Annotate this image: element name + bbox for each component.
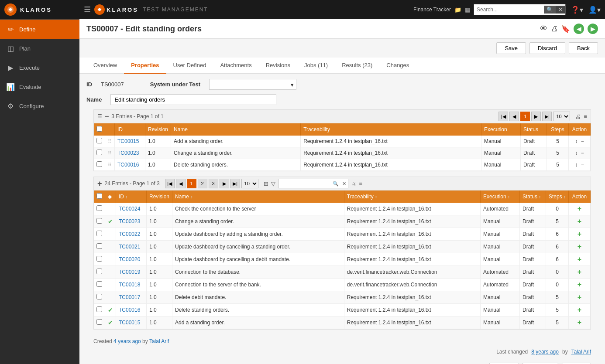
t2-id-link-6[interactable]: TC00018 <box>119 282 140 288</box>
print-icon[interactable]: 🖨 <box>551 25 558 33</box>
t2-action-add-1[interactable]: + <box>578 218 581 225</box>
tab-jobs[interactable]: Jobs (11) <box>297 58 335 74</box>
project-icon[interactable]: 📁 <box>454 7 461 13</box>
t2-id-link-8[interactable]: TC00016 <box>119 307 140 313</box>
t2-id-link-5[interactable]: TC00019 <box>119 269 140 275</box>
t2-id-link-7[interactable]: TC00017 <box>119 294 140 300</box>
eye-icon[interactable]: 👁 <box>540 24 547 33</box>
t2-action-add-2[interactable]: + <box>578 230 581 238</box>
sidebar-item-plan[interactable]: ◫ Plan <box>0 39 79 58</box>
table2-search-input[interactable] <box>278 181 331 186</box>
t2-row-check-7[interactable] <box>96 294 102 299</box>
search-input[interactable] <box>474 6 544 14</box>
created-by-link[interactable]: Talal Arif <box>149 338 169 344</box>
t1-id-link-2[interactable]: TC00016 <box>117 162 139 168</box>
t2-row-check-1[interactable] <box>96 218 102 224</box>
t1-action-del-0[interactable]: − <box>581 138 584 144</box>
t2-row-check-6[interactable] <box>96 281 102 287</box>
table1-last-btn[interactable]: ▶| <box>542 112 552 121</box>
t1-id-link-1[interactable]: TC00023 <box>117 150 139 156</box>
tab-changes[interactable]: Changes <box>379 58 416 74</box>
t1-id-link-0[interactable]: TC00015 <box>117 138 139 144</box>
t2-id-link-2[interactable]: TC00022 <box>119 231 140 237</box>
discard-button-top[interactable]: Discard <box>529 42 565 54</box>
table2-next-btn[interactable]: ▶ <box>220 179 229 188</box>
save-button-top[interactable]: Save <box>496 42 526 54</box>
t2-action-add-9[interactable]: + <box>578 319 581 326</box>
t2-select-all[interactable] <box>96 193 102 199</box>
sidebar-item-configure[interactable]: ⚙ Configure <box>0 96 79 116</box>
bookmark-icon[interactable]: 🔖 <box>561 25 570 33</box>
table2-page1-btn[interactable]: 1 <box>187 179 196 188</box>
table1-page1-btn[interactable]: 1 <box>520 112 530 121</box>
t2-action-add-6[interactable]: + <box>578 281 581 288</box>
t2-id-link-4[interactable]: TC00020 <box>119 256 140 262</box>
table1-first-btn[interactable]: |◀ <box>498 112 508 121</box>
table2-first-btn[interactable]: |◀ <box>165 179 175 188</box>
help-icon[interactable]: ❓▾ <box>571 6 583 14</box>
back-button-top[interactable]: Back <box>569 42 598 54</box>
t1-action-sort-1[interactable]: ↕ <box>575 150 578 156</box>
t2-id-link-3[interactable]: TC00021 <box>119 244 140 250</box>
t2-action-add-7[interactable]: + <box>578 293 581 301</box>
t1-select-all[interactable] <box>96 126 102 132</box>
sidebar-item-execute[interactable]: ▶ Execute <box>0 58 79 77</box>
t2-row-check-9[interactable] <box>96 319 102 325</box>
table2-page2-btn[interactable]: 2 <box>198 179 207 188</box>
table2-perpage-select[interactable]: 10 25 50 <box>241 179 258 188</box>
t2-action-add-4[interactable]: + <box>578 255 581 263</box>
tab-attachments[interactable]: Attachments <box>213 58 258 74</box>
menu-icon[interactable]: ☰ <box>84 5 91 14</box>
t2-row-check-8[interactable] <box>96 306 102 312</box>
prev-arrow[interactable]: ◀ <box>574 24 584 34</box>
table1-prev-btn[interactable]: ◀ <box>509 112 519 121</box>
table2-columns-icon[interactable]: ≡ <box>359 180 363 187</box>
table2-tree-icon[interactable]: ⊞ <box>264 180 268 187</box>
t1-action-del-2[interactable]: − <box>581 162 584 168</box>
grid-icon[interactable]: ▦ <box>465 7 470 13</box>
t1-row-check-1[interactable] <box>96 150 102 155</box>
table2-search-clear-btn[interactable]: ✕ <box>340 181 348 187</box>
t2-row-check-5[interactable] <box>96 269 102 274</box>
t2-action-add-0[interactable]: + <box>578 205 581 212</box>
table1-perpage-select[interactable]: 10 25 50 <box>553 112 570 121</box>
search-clear-button[interactable]: ✕ <box>556 6 565 14</box>
t2-action-add-3[interactable]: + <box>578 243 581 250</box>
table1-columns-icon[interactable]: ≡ <box>584 113 587 120</box>
t1-action-sort-0[interactable]: ↕ <box>575 138 578 144</box>
t1-row-check-2[interactable] <box>96 161 102 167</box>
t2-id-link-0[interactable]: TC00024 <box>119 206 140 212</box>
tab-results[interactable]: Results (23) <box>335 58 379 74</box>
t2-row-check-4[interactable] <box>96 256 102 262</box>
table2-print-icon[interactable]: 🖨 <box>351 180 357 187</box>
table1-list-icon[interactable]: ☰ <box>97 113 102 119</box>
tab-overview[interactable]: Overview <box>86 58 124 74</box>
t2-row-check-3[interactable] <box>96 243 102 249</box>
table2-plus-icon[interactable]: + <box>97 179 102 188</box>
search-button[interactable]: 🔍 <box>544 6 556 14</box>
sut-select[interactable] <box>209 79 296 90</box>
t2-action-add-5[interactable]: + <box>578 268 581 276</box>
t2-action-add-8[interactable]: + <box>578 306 581 313</box>
t2-id-link-1[interactable]: TC00023 <box>119 218 140 225</box>
table2-filter-icon[interactable]: ▽ <box>271 180 275 187</box>
sidebar-item-evaluate[interactable]: 📊 Evaluate <box>0 77 79 96</box>
tab-revisions[interactable]: Revisions <box>259 58 297 74</box>
last-changed-time-link[interactable]: 8 years ago <box>531 349 559 355</box>
tab-properties[interactable]: Properties <box>124 58 166 74</box>
next-arrow[interactable]: ▶ <box>588 24 598 34</box>
name-input[interactable] <box>110 94 276 105</box>
t2-row-check-2[interactable] <box>96 231 102 236</box>
t1-row-check-0[interactable] <box>96 138 102 143</box>
table2-search-btn[interactable]: 🔍 <box>331 181 340 187</box>
t2-id-link-9[interactable]: TC00015 <box>119 320 140 326</box>
table1-print-icon[interactable]: 🖨 <box>575 113 581 120</box>
t1-action-del-1[interactable]: − <box>581 150 584 156</box>
table2-last-btn[interactable]: ▶| <box>230 179 240 188</box>
created-time-link[interactable]: 4 years ago <box>113 338 141 344</box>
t1-action-sort-2[interactable]: ↕ <box>575 162 578 168</box>
t2-row-check-0[interactable] <box>96 205 102 211</box>
tab-user-defined[interactable]: User Defined <box>166 58 213 74</box>
table1-next-btn[interactable]: ▶ <box>531 112 541 121</box>
last-changed-by-link[interactable]: Talal Arif <box>571 349 591 355</box>
